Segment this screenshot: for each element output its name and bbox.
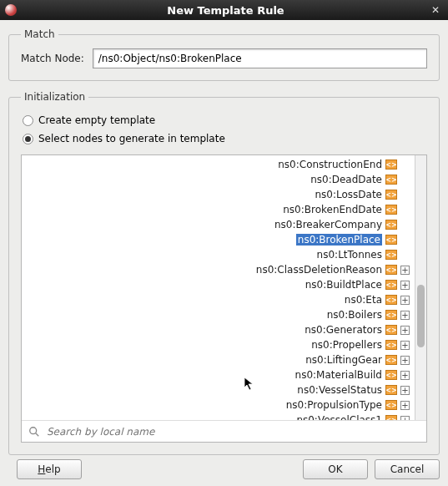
node-label: ns0:BreakerCompany: [274, 219, 382, 230]
element-icon: [385, 295, 397, 305]
element-icon: [385, 400, 397, 410]
node-label: ns0:MaterialBuild: [295, 369, 382, 381]
close-icon[interactable]: ✕: [428, 4, 443, 16]
node-label: ns0:Generators: [305, 324, 382, 336]
radio-label: Select nodes to generate in template: [38, 133, 225, 144]
tree-node[interactable]: ns0:Propellers+: [256, 337, 413, 352]
initialization-fieldset: Initialization Create empty template Sel…: [8, 91, 440, 455]
svg-line-1: [36, 433, 39, 436]
node-label: ns0:LiftingGear: [305, 354, 382, 366]
match-fieldset: Match Match Node:: [8, 28, 440, 81]
tree-node[interactable]: ns0:ClassDeletionReason+: [256, 262, 413, 277]
expand-icon[interactable]: +: [400, 341, 410, 350]
initialization-legend: Initialization: [21, 91, 88, 103]
element-icon: [385, 340, 397, 350]
button-row: Help OK Cancel: [8, 459, 440, 479]
tree-node[interactable]: ns0:DeadDate+: [256, 172, 413, 187]
node-label: ns0:LtTonnes: [317, 249, 382, 261]
node-label: ns0:BrokenEndDate: [283, 204, 382, 215]
element-icon: [385, 385, 397, 395]
expand-icon[interactable]: +: [400, 326, 410, 335]
tree-node[interactable]: ns0:ConstructionEnd+: [256, 157, 413, 172]
tree-node[interactable]: ns0:LtTonnes+: [256, 247, 413, 262]
scroll-thumb[interactable]: [417, 285, 425, 347]
help-label-rest: elp: [45, 463, 60, 475]
search-row: [22, 420, 426, 442]
match-node-label: Match Node:: [21, 53, 84, 64]
node-label: ns0:VesselStatus: [297, 384, 382, 396]
node-label: ns0:DeadDate: [310, 174, 382, 185]
expand-icon[interactable]: +: [400, 296, 410, 305]
element-icon: [385, 310, 397, 320]
expand-icon[interactable]: +: [400, 311, 410, 320]
element-icon: [385, 265, 397, 275]
radio-select-nodes[interactable]: Select nodes to generate in template: [23, 133, 425, 144]
tree-node[interactable]: ns0:BuildtPlace+: [256, 277, 413, 292]
radio-label: Create empty template: [38, 114, 155, 126]
tree-node[interactable]: ns0:LossDate+: [256, 187, 413, 202]
radio-icon: [23, 115, 33, 126]
element-icon: [385, 250, 397, 260]
tree-node[interactable]: ns0:MaterialBuild+: [256, 367, 413, 382]
node-label: ns0:VesselClass1: [296, 414, 382, 420]
expand-icon[interactable]: +: [400, 386, 410, 395]
node-label: ns0:LossDate: [315, 189, 382, 200]
node-label: ns0:ClassDeletionReason: [256, 264, 382, 276]
ok-button[interactable]: OK: [303, 459, 368, 479]
tree-node[interactable]: ns0:VesselClass1+: [256, 413, 413, 420]
tree-node[interactable]: ns0:BrokenPlace+: [256, 232, 413, 247]
tree-node[interactable]: ns0:PropulsionType+: [256, 397, 413, 413]
element-icon: [385, 280, 397, 290]
cancel-button[interactable]: Cancel: [375, 459, 440, 479]
tree-node[interactable]: ns0:Eta+: [256, 292, 413, 307]
expand-icon[interactable]: +: [400, 371, 410, 380]
expand-icon[interactable]: +: [400, 356, 410, 365]
element-icon: [385, 205, 397, 215]
tree-node[interactable]: ns0:BreakerCompany+: [256, 217, 413, 232]
element-icon: [385, 159, 397, 170]
element-icon: [385, 415, 397, 420]
titlebar: New Template Rule ✕: [0, 0, 448, 20]
help-button[interactable]: Help: [17, 459, 82, 479]
match-node-input[interactable]: [93, 48, 427, 68]
scrollbar[interactable]: [415, 155, 426, 420]
node-label: ns0:BrokenPlace: [296, 234, 382, 246]
node-label: ns0:Boilers: [327, 309, 382, 321]
node-label: ns0:BuildtPlace: [305, 279, 382, 291]
element-icon: [385, 175, 397, 185]
tree-node[interactable]: ns0:Boilers+: [256, 307, 413, 322]
tree-node[interactable]: ns0:VesselStatus+: [256, 382, 413, 397]
element-icon: [385, 190, 397, 200]
node-label: ns0:ConstructionEnd: [278, 159, 382, 170]
radio-icon: [23, 134, 33, 144]
tree-scroll: ns0:ConstructionEnd+ns0:DeadDate+ns0:Los…: [22, 155, 426, 420]
search-icon: [28, 426, 40, 438]
radio-create-empty[interactable]: Create empty template: [23, 114, 425, 126]
element-icon: [385, 220, 397, 230]
expand-icon[interactable]: +: [400, 281, 410, 290]
tree-list: ns0:ConstructionEnd+ns0:DeadDate+ns0:Los…: [256, 157, 413, 420]
node-label: ns0:PropulsionType: [286, 399, 382, 411]
dialog-body: Match Match Node: Initialization Create …: [0, 20, 448, 486]
element-icon: [385, 325, 397, 335]
svg-point-0: [30, 427, 37, 433]
node-label: ns0:Eta: [345, 294, 382, 306]
expand-icon[interactable]: +: [400, 266, 410, 275]
dialog-title: New Template Rule: [23, 4, 428, 17]
element-icon: [385, 370, 397, 380]
element-icon: [385, 355, 397, 365]
app-icon: [5, 4, 17, 16]
element-icon: [385, 235, 397, 245]
expand-icon[interactable]: +: [400, 401, 410, 410]
search-input[interactable]: [47, 426, 420, 438]
tree-panel: ns0:ConstructionEnd+ns0:DeadDate+ns0:Los…: [21, 154, 427, 443]
expand-icon[interactable]: +: [400, 416, 410, 421]
tree-node[interactable]: ns0:BrokenEndDate+: [256, 202, 413, 217]
tree-node[interactable]: ns0:LiftingGear+: [256, 352, 413, 367]
match-legend: Match: [21, 28, 58, 40]
tree-node[interactable]: ns0:Generators+: [256, 322, 413, 337]
node-label: ns0:Propellers: [311, 339, 382, 351]
